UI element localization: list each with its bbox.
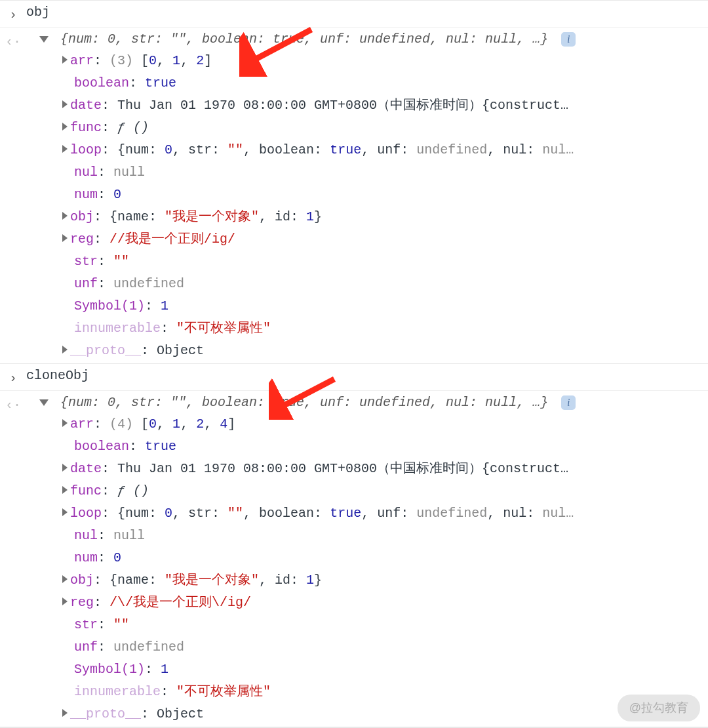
console-input-text: obj <box>26 2 708 23</box>
prop-nul: nul: null <box>62 161 701 184</box>
prop-date[interactable]: date: Thu Jan 01 1970 08:00:00 GMT+0800（… <box>62 94 701 117</box>
prop-func[interactable]: func: ƒ () <box>62 117 701 139</box>
console-input-row[interactable]: › obj <box>0 1 708 28</box>
object-properties: arr: (4) [0, 1, 2, 4] boolean: true date… <box>26 413 701 725</box>
expand-icon[interactable] <box>62 597 68 605</box>
prop-symbol: Symbol(1): 1 <box>62 658 701 681</box>
console-panel: › obj ‹· {num: 0, str: "", boolean: true… <box>0 0 708 728</box>
expand-icon[interactable] <box>62 464 68 472</box>
prop-innumerable: innumerable: "不可枚举属性" <box>62 317 701 340</box>
prop-loop[interactable]: loop: {num: 0, str: "", boolean: true, u… <box>62 502 701 525</box>
expand-icon[interactable] <box>62 508 68 516</box>
prop-unf: unf: undefined <box>62 636 701 658</box>
prop-proto[interactable]: __proto__: Object <box>62 340 701 362</box>
prop-str: str: "" <box>62 614 701 636</box>
expand-icon[interactable] <box>62 709 68 717</box>
expand-icon[interactable] <box>62 575 68 583</box>
prop-innumerable: innumerable: "不可枚举属性" <box>62 681 701 703</box>
expand-toggle-icon[interactable] <box>39 399 49 406</box>
expand-icon[interactable] <box>62 419 68 427</box>
prop-nul: nul: null <box>62 525 701 547</box>
prop-reg[interactable]: reg: /\/我是一个正则\/ig/ <box>62 592 701 614</box>
expand-toggle-icon[interactable] <box>39 36 49 43</box>
console-input-row[interactable]: › cloneObj <box>0 364 708 391</box>
object-summary[interactable]: {num: 0, str: "", boolean: true, unf: un… <box>26 29 701 50</box>
output-chevron-icon: ‹· <box>0 392 26 416</box>
prop-obj[interactable]: obj: {name: "我是一个对象", id: 1} <box>62 206 701 228</box>
prop-boolean: boolean: true <box>62 435 701 458</box>
prop-loop[interactable]: loop: {num: 0, str: "", boolean: true, u… <box>62 139 701 161</box>
prop-arr[interactable]: arr: (3) [0, 1, 2] <box>62 50 701 72</box>
prop-arr[interactable]: arr: (4) [0, 1, 2, 4] <box>62 413 701 435</box>
expand-icon[interactable] <box>62 212 68 220</box>
expand-icon[interactable] <box>62 145 68 153</box>
expand-icon[interactable] <box>62 486 68 494</box>
prop-proto[interactable]: __proto__: Object <box>62 703 701 725</box>
prop-num: num: 0 <box>62 547 701 569</box>
input-chevron-icon: › <box>0 2 26 26</box>
expand-icon[interactable] <box>62 56 68 64</box>
expand-icon[interactable] <box>62 100 68 108</box>
expand-icon[interactable] <box>62 234 68 242</box>
prop-reg[interactable]: reg: //我是一个正则/ig/ <box>62 228 701 251</box>
prop-num: num: 0 <box>62 184 701 206</box>
console-input-text: cloneObj <box>26 365 708 386</box>
expand-icon[interactable] <box>62 123 68 131</box>
watermark-badge: @拉勾教育 <box>618 695 700 721</box>
info-icon[interactable]: i <box>561 395 576 410</box>
prop-boolean: boolean: true <box>62 72 701 94</box>
prop-obj[interactable]: obj: {name: "我是一个对象", id: 1} <box>62 569 701 592</box>
console-output-row: ‹· {num: 0, str: "", boolean: true, unf:… <box>0 391 708 727</box>
prop-unf: unf: undefined <box>62 273 701 295</box>
object-properties: arr: (3) [0, 1, 2] boolean: true date: T… <box>26 50 701 362</box>
input-chevron-icon: › <box>0 365 26 389</box>
prop-str: str: "" <box>62 251 701 273</box>
expand-icon[interactable] <box>62 346 68 354</box>
console-output-row: ‹· {num: 0, str: "", boolean: true, unf:… <box>0 28 708 364</box>
object-summary[interactable]: {num: 0, str: "", boolean: true, unf: un… <box>26 392 701 413</box>
info-icon[interactable]: i <box>561 32 576 47</box>
prop-symbol: Symbol(1): 1 <box>62 295 701 317</box>
prop-date[interactable]: date: Thu Jan 01 1970 08:00:00 GMT+0800（… <box>62 458 701 480</box>
prop-func[interactable]: func: ƒ () <box>62 480 701 502</box>
output-chevron-icon: ‹· <box>0 29 26 52</box>
